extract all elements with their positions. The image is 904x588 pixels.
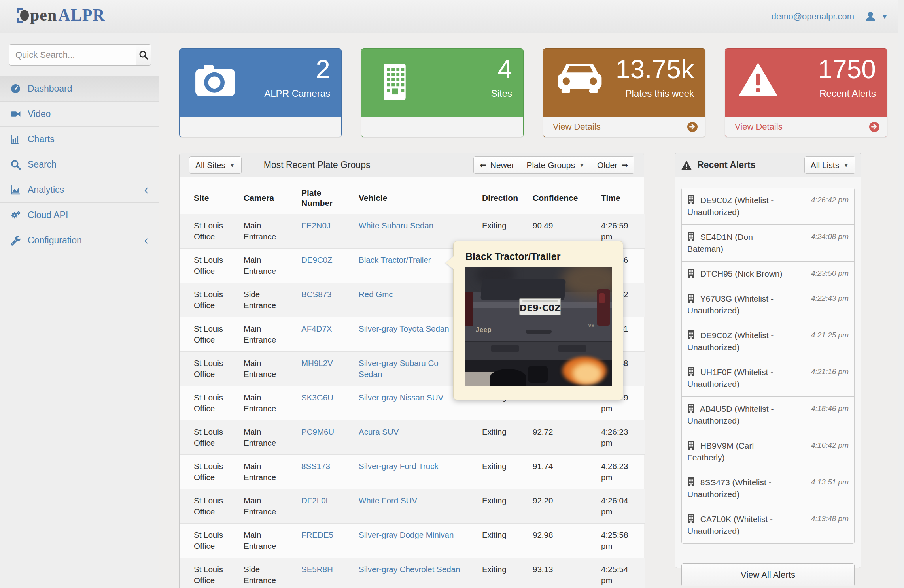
alert-item[interactable]: 4:21:25 pm DE9C0Z (Whitelist - Unauthori… bbox=[681, 323, 855, 360]
view-details-link[interactable]: View Details bbox=[725, 117, 887, 137]
time-cell: 4:25:58 pm bbox=[596, 524, 645, 558]
alert-item[interactable]: 4:16:42 pm HB9V9M (Carl Featherly) bbox=[681, 433, 855, 470]
recent-alerts-panel: Recent Alerts All Lists ▼ 4:26:42 pm DE9… bbox=[675, 153, 861, 568]
card-sites[interactable]: 4 Sites bbox=[361, 48, 524, 137]
camera-cell: Main Entrance bbox=[239, 420, 297, 455]
alert-item[interactable]: 4:13:48 pm CA7L0K (Whitelist - Unauthori… bbox=[681, 507, 855, 544]
camera-icon bbox=[192, 61, 238, 99]
vehicle-link[interactable]: Silver-gray Chevrolet Sedan bbox=[359, 565, 460, 574]
plate-link[interactable]: PC9M6U bbox=[301, 427, 334, 436]
sidebar-item-cloud-api[interactable]: Cloud API bbox=[0, 203, 159, 228]
user-email[interactable]: demo@openalpr.com bbox=[772, 11, 854, 22]
vehicle-link[interactable]: Silver-gray Dodge Minivan bbox=[359, 530, 454, 539]
plate-link[interactable]: 8SS173 bbox=[301, 462, 330, 471]
sidebar-item-label: Analytics bbox=[28, 185, 64, 195]
plate-link[interactable]: DF2L0L bbox=[301, 496, 330, 505]
card-alpr-cameras[interactable]: 2 ALPR Cameras bbox=[179, 48, 342, 137]
site-cell: St Louis Office bbox=[180, 420, 239, 455]
logo-text-dark: pen bbox=[30, 6, 57, 24]
alert-item[interactable]: 4:13:51 pm 8SS473 (Whitelist - Unauthori… bbox=[681, 470, 855, 507]
confidence-cell: 93.13 bbox=[528, 558, 596, 588]
vehicle-link[interactable]: Silver-gray Nissan SUV bbox=[359, 393, 443, 402]
sidebar-item-label: Dashboard bbox=[28, 83, 72, 94]
chevron-left-icon: ‹ bbox=[144, 182, 148, 198]
vehicle-link[interactable]: Acura SUV bbox=[359, 427, 399, 436]
plate-link[interactable]: FREDE5 bbox=[301, 530, 333, 539]
vehicle-link[interactable]: White Ford SUV bbox=[359, 496, 417, 505]
gauge-icon bbox=[10, 83, 21, 94]
alerts-title: Recent Alerts bbox=[697, 160, 755, 170]
card-plates-this-week[interactable]: 13.75k Plates this week View Details bbox=[543, 48, 705, 137]
all-lists-dropdown[interactable]: All Lists ▼ bbox=[804, 156, 855, 174]
vehicle-link[interactable]: White Subaru Sedan bbox=[359, 221, 433, 230]
alerts-list: 4:26:42 pm DE9C0Z (Whitelist - Unauthori… bbox=[681, 188, 855, 544]
openalpr-logo[interactable]: penALPR bbox=[17, 6, 105, 24]
plate-link[interactable]: BCS873 bbox=[301, 290, 331, 299]
sidebar-item-video[interactable]: Video bbox=[0, 102, 159, 127]
vehicle-link[interactable]: Silver-gray Subaru Co Sedan bbox=[359, 358, 439, 379]
vehicle-link[interactable]: Silver-gray Ford Truck bbox=[359, 462, 439, 471]
sidebar-item-dashboard[interactable]: Dashboard bbox=[0, 76, 159, 102]
col-vehicle: Vehicle bbox=[354, 177, 477, 214]
table-row: St Louis Office Main Entrance FREDE5 Sil… bbox=[180, 524, 645, 558]
all-sites-dropdown[interactable]: All Sites ▼ bbox=[189, 156, 242, 174]
user-menu[interactable]: ▼ bbox=[864, 11, 888, 23]
plate-link[interactable]: FE2N0J bbox=[301, 221, 331, 230]
sidebar-item-configuration[interactable]: Configuration ‹ bbox=[0, 228, 159, 253]
older-button[interactable]: Older ➡ bbox=[591, 156, 634, 174]
vehicle-link[interactable]: Red Gmc bbox=[359, 290, 393, 299]
col-camera: Camera bbox=[239, 177, 297, 214]
view-details-link[interactable]: View Details bbox=[543, 117, 705, 137]
vehicle-photo: DE9·C0Z Jeep V8 bbox=[465, 267, 612, 386]
alert-item[interactable]: 4:26:42 pm DE9C0Z (Whitelist - Unauthori… bbox=[681, 188, 855, 225]
quick-search-input[interactable] bbox=[9, 44, 136, 66]
area-chart-icon bbox=[10, 185, 21, 195]
card-recent-alerts[interactable]: 1750 Recent Alerts View Details bbox=[725, 48, 887, 137]
newer-button[interactable]: ⬅ Newer bbox=[473, 156, 520, 174]
sidebar-item-label: Charts bbox=[28, 134, 55, 145]
view-all-alerts-button[interactable]: View All Alerts bbox=[681, 564, 855, 586]
card-label: Recent Alerts bbox=[819, 88, 876, 99]
chevron-left-icon: ‹ bbox=[144, 233, 148, 249]
alert-item[interactable]: 4:21:16 pm UH1F0F (Whitelist - Unauthori… bbox=[681, 360, 855, 397]
alert-item[interactable]: 4:24:08 pm SE4D1N (Don Bateman) bbox=[681, 224, 855, 262]
sidebar-item-analytics[interactable]: Analytics ‹ bbox=[0, 177, 159, 203]
building-icon bbox=[687, 330, 695, 339]
direction-cell: Exiting bbox=[477, 420, 528, 455]
alert-item[interactable]: 4:22:43 pm Y67U3G (Whitelist - Unauthori… bbox=[681, 286, 855, 323]
plate-link[interactable]: MH9L2V bbox=[301, 358, 333, 368]
aperture-icon bbox=[17, 6, 30, 24]
page-scrollbar[interactable] bbox=[898, 0, 904, 588]
vehicle-link[interactable]: Black Tractor/Trailer bbox=[359, 255, 431, 264]
time-cell: 4:26:04 pm bbox=[596, 489, 645, 524]
card-footer bbox=[361, 117, 523, 137]
sidebar-item-search[interactable]: Search bbox=[0, 152, 159, 177]
plate-link[interactable]: SK3G6U bbox=[301, 393, 333, 402]
site-cell: St Louis Office bbox=[180, 455, 239, 489]
arrow-left-icon: ⬅ bbox=[480, 160, 486, 170]
building-icon bbox=[687, 294, 695, 303]
quick-search-button[interactable] bbox=[136, 44, 151, 66]
camera-cell: Side Entrance bbox=[239, 283, 297, 317]
camera-cell: Main Entrance bbox=[239, 214, 297, 249]
plate-link[interactable]: DE9C0Z bbox=[301, 255, 333, 264]
top-navbar: penALPR demo@openalpr.com ▼ bbox=[0, 0, 904, 33]
card-label: ALPR Cameras bbox=[264, 88, 330, 99]
plate-link[interactable]: SE5R8H bbox=[301, 565, 333, 574]
plate-link[interactable]: AF4D7X bbox=[301, 324, 332, 333]
table-row: St Louis Office Main Entrance PC9M6U Acu… bbox=[180, 420, 645, 455]
confidence-cell: 92.72 bbox=[528, 420, 596, 455]
sidebar-item-charts[interactable]: Charts bbox=[0, 127, 159, 152]
all-sites-label: All Sites bbox=[195, 160, 225, 170]
site-cell: St Louis Office bbox=[180, 386, 239, 420]
vehicle-link[interactable]: Silver-gray Toyota Sedan bbox=[359, 324, 449, 333]
stat-cards: 2 ALPR Cameras 4 Sites 13.75k Plates thi… bbox=[179, 48, 887, 137]
alert-item[interactable]: 4:23:50 pm DTCH95 (Nick Brown) bbox=[681, 261, 855, 286]
col-site: Site bbox=[180, 177, 239, 214]
plate-groups-header: All Sites ▼ Most Recent Plate Groups ⬅ N… bbox=[180, 153, 644, 177]
sidebar-item-label: Configuration bbox=[28, 235, 82, 246]
col-confidence: Confidence bbox=[528, 177, 596, 214]
building-icon bbox=[687, 195, 695, 204]
plate-groups-dropdown[interactable]: Plate Groups ▼ bbox=[520, 156, 591, 174]
alert-item[interactable]: 4:18:46 pm AB4U5D (Whitelist - Unauthori… bbox=[681, 396, 855, 433]
